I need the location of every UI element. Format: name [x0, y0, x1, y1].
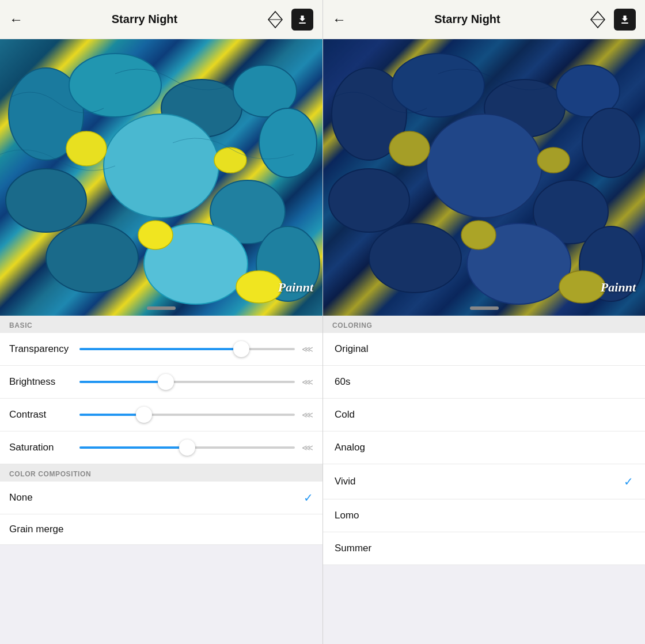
svg-rect-40	[323, 39, 645, 316]
transparency-expand-icon[interactable]: ⋘	[302, 344, 313, 354]
transparency-slider[interactable]	[79, 341, 295, 357]
svg-rect-24	[621, 22, 628, 24]
coloring-summer-label: Summer	[335, 543, 371, 554]
svg-point-13	[46, 223, 138, 293]
transparency-label: Transparency	[9, 343, 73, 355]
svg-line-2	[268, 12, 275, 20]
svg-rect-4	[299, 22, 306, 24]
svg-point-11	[6, 169, 86, 232]
left-image: Painnt	[0, 39, 322, 316]
left-back-button[interactable]: ←	[9, 12, 23, 28]
right-scroll-indicator	[470, 306, 499, 310]
coloring-original-label: Original	[335, 343, 369, 355]
right-download-icon	[619, 14, 631, 25]
svg-line-23	[598, 12, 605, 20]
color-none-label: None	[9, 492, 33, 503]
left-artwork	[0, 39, 322, 316]
coloring-vivid-label: Vivid	[335, 476, 356, 487]
download-icon	[297, 14, 308, 25]
right-title: Starry Night	[434, 13, 500, 26]
left-panel: ← Starry Night	[0, 0, 322, 644]
svg-line-22	[591, 12, 598, 20]
coloring-summer-row[interactable]: Summer	[323, 532, 645, 565]
right-artwork	[323, 39, 645, 316]
svg-point-16	[66, 131, 107, 166]
left-download-button[interactable]	[291, 9, 313, 31]
svg-point-6	[69, 54, 161, 117]
saturation-slider-row: Saturation ⋘	[0, 431, 322, 464]
left-watermark: Painnt	[278, 280, 313, 295]
color-composition-section-header: COLOR COMPOSITION	[0, 464, 322, 482]
coloring-60s-label: 60s	[335, 376, 350, 388]
brightness-slider-row: Brightness ⋘	[0, 366, 322, 399]
svg-point-17	[138, 221, 173, 249]
transparency-slider-row: Transparency ⋘	[0, 333, 322, 366]
coloring-analog-label: Analog	[335, 442, 365, 453]
coloring-vivid-checkmark: ✓	[624, 475, 633, 488]
color-grain-merge-label: Grain merge	[9, 524, 63, 535]
svg-line-3	[275, 12, 282, 20]
coloring-lomo-row[interactable]: Lomo	[323, 499, 645, 532]
left-header-icons	[266, 9, 313, 31]
svg-point-10	[104, 114, 219, 218]
right-diamond-icon[interactable]	[589, 10, 607, 29]
saturation-slider[interactable]	[79, 440, 295, 456]
right-back-button[interactable]: ←	[332, 12, 346, 28]
left-header: ← Starry Night	[0, 0, 322, 39]
saturation-label: Saturation	[9, 442, 73, 453]
saturation-expand-icon[interactable]: ⋘	[302, 443, 313, 452]
svg-point-19	[236, 271, 282, 303]
coloring-cold-label: Cold	[335, 409, 355, 421]
right-header: ← Starry Night	[323, 0, 645, 39]
contrast-slider-row: Contrast ⋘	[0, 399, 322, 431]
right-panel: ← Starry Night	[322, 0, 645, 644]
coloring-list: Original 60s Cold Analog Vivid ✓ Lomo Su…	[323, 333, 645, 644]
coloring-original-row[interactable]: Original	[323, 333, 645, 366]
right-coloring-section-header: COLORING	[323, 316, 645, 333]
coloring-vivid-row[interactable]: Vivid ✓	[323, 464, 645, 499]
svg-point-18	[214, 147, 246, 173]
color-grain-merge-row[interactable]: Grain merge	[0, 514, 322, 545]
contrast-slider[interactable]	[79, 407, 295, 423]
diamond-icon[interactable]	[266, 10, 284, 29]
contrast-expand-icon[interactable]: ⋘	[302, 410, 313, 419]
left-title: Starry Night	[112, 13, 177, 26]
svg-point-9	[259, 108, 317, 177]
color-none-row[interactable]: None ✓	[0, 482, 322, 514]
right-header-icons	[589, 9, 636, 31]
coloring-lomo-label: Lomo	[335, 510, 359, 521]
coloring-analog-row[interactable]: Analog	[323, 431, 645, 464]
coloring-cold-row[interactable]: Cold	[323, 399, 645, 431]
contrast-label: Contrast	[9, 409, 73, 421]
right-watermark: Painnt	[601, 280, 636, 295]
brightness-slider[interactable]	[79, 374, 295, 390]
left-scroll-indicator	[147, 306, 176, 310]
brightness-label: Brightness	[9, 376, 73, 388]
right-download-button[interactable]	[614, 9, 636, 31]
left-basic-section-header: BASIC	[0, 316, 322, 333]
brightness-expand-icon[interactable]: ⋘	[302, 377, 313, 387]
coloring-60s-row[interactable]: 60s	[323, 366, 645, 399]
right-image: Painnt	[323, 39, 645, 316]
color-none-checkmark: ✓	[303, 491, 313, 505]
